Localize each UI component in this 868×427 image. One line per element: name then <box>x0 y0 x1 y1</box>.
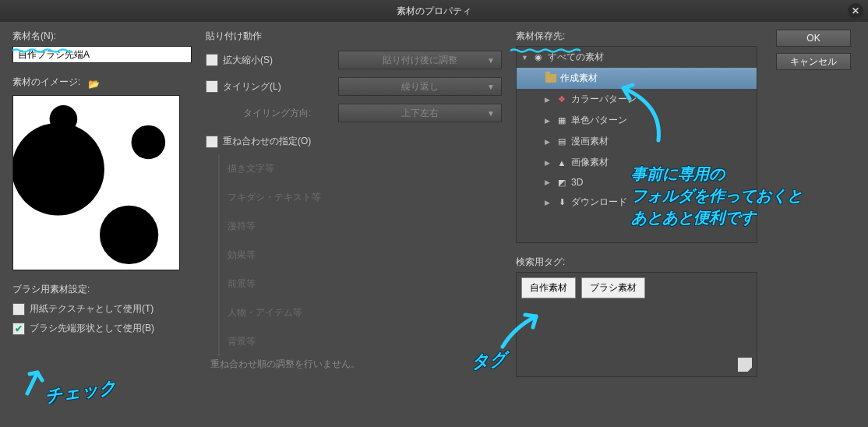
material-preview <box>12 95 180 270</box>
brush-tip-checkbox[interactable] <box>12 323 25 335</box>
download-icon: ⬇ <box>556 197 568 208</box>
globe-icon: ◉ <box>532 52 545 63</box>
tiling-label: タイリング(L) <box>223 80 281 94</box>
overlay-list: 描き文字等 フキダシ・テキスト等 漫符等 効果等 前景等 人物・アイテム等 背景… <box>218 154 502 356</box>
svg-point-0 <box>13 123 104 216</box>
chevron-down-icon: ▼ <box>487 83 495 91</box>
expand-icon[interactable]: ▶ <box>545 96 552 104</box>
material-name-label: 素材名(N): <box>12 30 192 43</box>
tag-box[interactable]: 自作素材 ブラシ素材 <box>516 272 757 377</box>
material-name-input[interactable] <box>12 46 192 63</box>
paper-texture-checkbox[interactable] <box>12 303 25 316</box>
save-location-label: 素材保存先: <box>516 30 757 43</box>
svg-point-1 <box>50 105 78 133</box>
expand-icon[interactable]: ▶ <box>545 199 552 206</box>
manga-icon: ▤ <box>556 136 568 147</box>
overlay-item: 人物・アイテム等 <box>228 298 502 327</box>
folder-tree[interactable]: ▼ ◉ すべての素材 作成素材 ▶❖カラーパターン ▶▦単色パターン ▶▤漫画素… <box>516 46 757 243</box>
scale-dropdown[interactable]: 貼り付け後に調整▼ <box>338 51 502 69</box>
tiling-direction-dropdown[interactable]: 上下左右▼ <box>338 104 502 122</box>
tree-item[interactable]: ▶❖カラーパターン <box>517 89 757 110</box>
overlay-item: 背景等 <box>228 327 502 356</box>
tree-item[interactable]: ▶▲画像素材 <box>517 152 757 173</box>
tree-item-selected[interactable]: 作成素材 <box>517 68 757 89</box>
overlay-item: フキダシ・テキスト等 <box>228 183 502 212</box>
overlay-item: 漫符等 <box>228 212 502 241</box>
image-icon: ▲ <box>556 157 568 168</box>
pattern-icon: ❖ <box>556 94 568 105</box>
tree-item[interactable]: ▶▤漫画素材 <box>517 131 757 152</box>
tree-item[interactable]: ▶▦単色パターン <box>517 110 757 131</box>
chevron-down-icon: ▼ <box>487 109 495 118</box>
scale-checkbox[interactable] <box>206 54 218 66</box>
tree-root[interactable]: ▼ ◉ すべての素材 <box>517 47 757 68</box>
paper-texture-label: 用紙テクスチャとして使用(T) <box>30 302 153 316</box>
open-folder-icon[interactable]: 📂 <box>88 79 100 90</box>
tag-item[interactable]: ブラシ素材 <box>581 277 645 298</box>
expand-icon[interactable]: ▶ <box>545 178 552 186</box>
tag-item[interactable]: 自作素材 <box>521 277 576 298</box>
tree-item[interactable]: ▶⬇ダウンロード <box>517 192 757 213</box>
tiling-dropdown[interactable]: 繰り返し▼ <box>338 77 502 96</box>
chevron-down-icon: ▼ <box>487 56 495 65</box>
overlay-note: 重ね合わせ順の調整を行いません。 <box>206 358 502 371</box>
brush-settings-label: ブラシ用素材設定: <box>12 283 192 296</box>
overlay-label: 重ね合わせの指定(O) <box>223 135 311 148</box>
pattern-icon: ▦ <box>556 115 568 126</box>
overlay-item: 前景等 <box>228 270 502 298</box>
overlay-item: 効果等 <box>228 241 502 270</box>
ok-button[interactable]: OK <box>776 30 851 47</box>
cube-icon: ◩ <box>556 177 568 188</box>
expand-icon[interactable]: ▶ <box>545 159 552 167</box>
add-tag-icon[interactable] <box>738 358 752 372</box>
paste-behavior-label: 貼り付け動作 <box>206 30 502 43</box>
expand-icon[interactable]: ▶ <box>545 138 552 146</box>
svg-point-3 <box>100 206 158 264</box>
tag-label: 検索用タグ: <box>516 256 757 269</box>
expand-icon[interactable]: ▶ <box>545 117 552 125</box>
tiling-checkbox[interactable] <box>206 80 218 93</box>
window-title: 素材のプロパティ <box>397 5 471 18</box>
overlay-checkbox[interactable] <box>206 136 218 148</box>
material-image-label: 素材のイメージ: <box>12 76 80 89</box>
brush-tip-label: ブラシ先端形状として使用(B) <box>30 322 154 335</box>
scale-label: 拡大縮小(S) <box>223 54 273 67</box>
overlay-item: 描き文字等 <box>228 154 502 183</box>
svg-point-2 <box>132 125 166 160</box>
folder-icon <box>545 73 557 84</box>
cancel-button[interactable]: キャンセル <box>776 53 851 70</box>
tree-item[interactable]: ▶◩3D <box>517 173 757 192</box>
close-icon[interactable]: ✕ <box>848 3 863 19</box>
titlebar: 素材のプロパティ ✕ <box>0 0 868 22</box>
expand-icon[interactable]: ▼ <box>521 54 529 62</box>
tiling-direction-label: タイリング方向: <box>206 107 330 120</box>
